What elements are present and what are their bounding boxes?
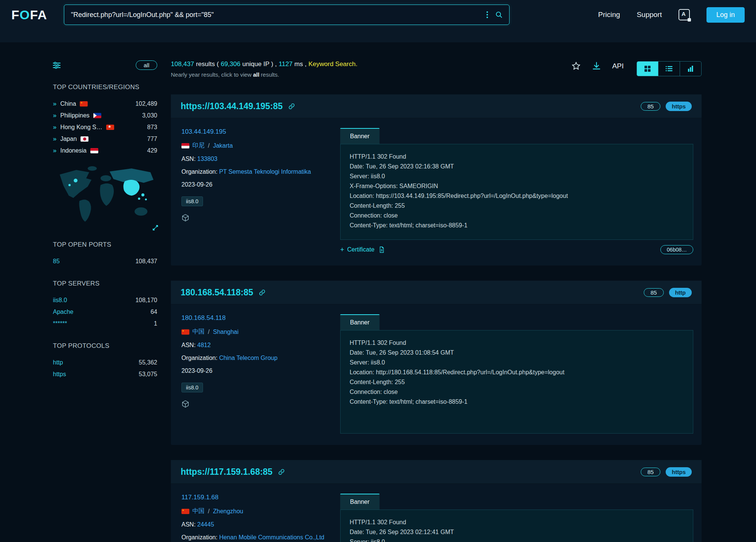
result-count: 108,437 — [171, 60, 194, 68]
summary-text: unique IP ) , — [242, 60, 277, 68]
asn-link[interactable]: 24445 — [197, 521, 214, 528]
fofa-logo[interactable]: FOFA — [11, 8, 47, 22]
favorite-star-icon[interactable] — [571, 61, 581, 71]
city-link[interactable]: Zhengzhou — [213, 508, 243, 515]
cert-hash-pill[interactable]: 06b08… — [660, 245, 693, 254]
banner-tab[interactable]: Banner — [340, 314, 380, 330]
country-label: Japan — [60, 136, 77, 142]
view-all-link[interactable]: all — [253, 71, 259, 78]
country-item[interactable]: Japan777 — [53, 133, 157, 145]
asn-link[interactable]: 133803 — [197, 156, 217, 162]
countries-list: China102,489 Philippines3,030 Hong Kong … — [53, 98, 157, 156]
country-item[interactable]: Philippines3,030 — [53, 110, 157, 121]
product-cube-icon[interactable] — [181, 214, 189, 222]
country-item[interactable]: Indonesia429 — [53, 145, 157, 156]
country-flag-icon — [80, 101, 88, 107]
protocol-badge[interactable]: https — [666, 102, 692, 111]
download-icon[interactable] — [592, 61, 601, 71]
search-icon[interactable] — [495, 11, 503, 19]
result-card: https://103.44.149.195:85 85 https 103.4… — [171, 94, 702, 266]
chart-view-button[interactable] — [680, 62, 701, 76]
server-label: iis8.0 — [53, 297, 67, 304]
header-nav: Pricing Support Log in — [598, 7, 745, 23]
banner-tab[interactable]: Banner — [340, 128, 380, 144]
country-item[interactable]: China102,489 — [53, 98, 157, 110]
section-title-servers: TOP SERVERS — [53, 280, 157, 287]
org-link[interactable]: China Telecom Group — [219, 355, 277, 361]
result-card: https://117.159.1.68:85 85 https 117.159… — [171, 460, 702, 542]
protocol-badge[interactable]: https — [666, 467, 692, 477]
separator — [204, 329, 213, 335]
country-item[interactable]: Hong Kong S…873 — [53, 121, 157, 133]
ip-link[interactable]: 180.168.54.118 — [181, 314, 226, 321]
nav-support[interactable]: Support — [637, 11, 662, 19]
protocol-item[interactable]: http55,362 — [53, 357, 157, 368]
server-item[interactable]: ******1 — [53, 318, 157, 329]
filter-all-button[interactable]: all — [136, 60, 157, 70]
link-icon[interactable] — [278, 468, 285, 476]
host-info: 103.44.149.195 印尼 Jakarta ASN: 133803 Or… — [181, 128, 330, 254]
port-badge[interactable]: 85 — [641, 468, 661, 476]
logo-letters: FA — [30, 8, 47, 22]
server-tag[interactable]: iis8.0 — [181, 383, 203, 392]
city-link[interactable]: Shanghai — [213, 329, 239, 335]
certificate-doc-icon[interactable] — [378, 246, 385, 253]
country-count: 777 — [147, 136, 157, 142]
org-link[interactable]: Henan Mobile Communications Co.,Ltd — [219, 534, 324, 540]
port-item[interactable]: 85108,437 — [53, 255, 157, 267]
keyword-search-label[interactable]: Keyword Search. — [308, 60, 357, 68]
list-view-button[interactable] — [658, 62, 680, 76]
translate-icon[interactable] — [679, 9, 690, 20]
view-toggle — [637, 61, 702, 76]
banner-tab[interactable]: Banner — [340, 494, 380, 510]
chevron-double-icon — [53, 135, 60, 143]
city-link[interactable]: Jakarta — [213, 142, 232, 149]
ip-link[interactable]: 103.44.149.195 — [181, 128, 226, 135]
certificate-link[interactable]: Certificate — [347, 246, 375, 253]
chevron-double-icon — [53, 147, 60, 154]
org-link[interactable]: PT Semesta Teknologi Informatika — [219, 168, 311, 175]
port-badge[interactable]: 85 — [641, 102, 661, 111]
protocol-item[interactable]: https53,075 — [53, 368, 157, 380]
login-button[interactable]: Log in — [706, 7, 745, 23]
server-item[interactable]: Apache64 — [53, 306, 157, 318]
country-count: 102,489 — [135, 100, 157, 107]
more-options-icon[interactable] — [486, 11, 488, 18]
country-flag-icon — [81, 136, 88, 142]
server-item[interactable]: iis8.0108,170 — [53, 294, 157, 306]
world-map — [53, 163, 157, 228]
section-title-countries: TOP COUNTRIES/REGIONS — [53, 83, 157, 91]
country-flag-icon — [106, 125, 114, 130]
servers-list: iis8.0108,170 Apache64 ******1 — [53, 294, 157, 329]
protocol-badge[interactable]: http — [669, 288, 692, 297]
server-tag[interactable]: iis8.0 — [181, 196, 203, 206]
protocol-label: http — [53, 359, 63, 366]
section-title-protocols: TOP PROTOCOLS — [53, 342, 157, 350]
country-label: Indonesia — [60, 147, 86, 154]
server-count: 108,170 — [135, 297, 157, 304]
summary-text: ms , — [294, 60, 307, 68]
result-title-link[interactable]: https://117.159.1.68:85 — [181, 467, 273, 477]
country-link[interactable]: 印尼 — [192, 142, 204, 150]
country-count: 429 — [147, 147, 157, 154]
chevron-double-icon — [53, 124, 60, 131]
port-badge[interactable]: 85 — [644, 288, 664, 297]
country-count: 3,030 — [142, 112, 157, 119]
api-link[interactable]: API — [612, 62, 624, 70]
filter-icon[interactable] — [53, 62, 60, 69]
section-title-ports: TOP OPEN PORTS — [53, 241, 157, 249]
result-title-link[interactable]: 180.168.54.118:85 — [181, 287, 253, 298]
ip-link[interactable]: 117.159.1.68 — [181, 494, 218, 501]
result-title-link[interactable]: https://103.44.149.195:85 — [181, 101, 283, 111]
search-input[interactable] — [70, 11, 483, 19]
link-icon[interactable] — [288, 103, 295, 110]
link-icon[interactable] — [259, 289, 266, 296]
asn-link[interactable]: 4812 — [197, 342, 211, 348]
expand-map-icon[interactable] — [152, 224, 159, 231]
country-link[interactable]: 中国 — [192, 507, 204, 515]
nav-pricing[interactable]: Pricing — [598, 11, 620, 19]
port-count: 108,437 — [135, 258, 157, 265]
country-link[interactable]: 中国 — [192, 328, 204, 336]
product-cube-icon[interactable] — [181, 400, 189, 408]
grid-view-button[interactable] — [637, 62, 658, 76]
